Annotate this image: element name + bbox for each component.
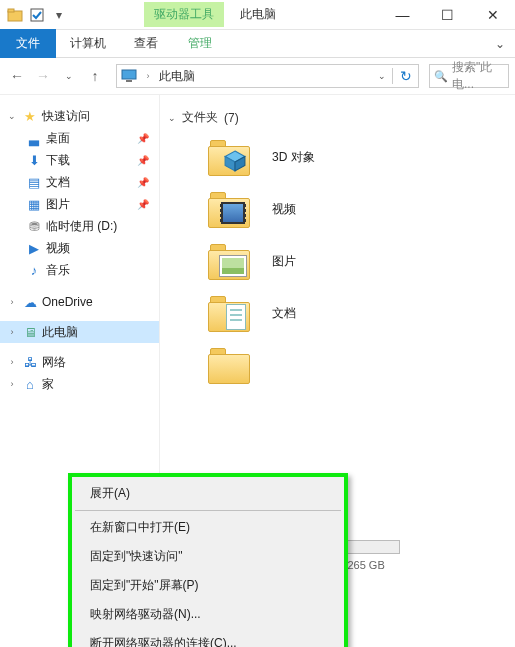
sidebar-this-pc[interactable]: › 🖥 此电脑: [0, 321, 159, 343]
sidebar-item-label: 图片: [46, 196, 133, 213]
recent-locations-icon[interactable]: ⌄: [58, 65, 80, 87]
context-menu-expand[interactable]: 展开(A): [74, 479, 342, 508]
folder-icon: [208, 242, 250, 280]
sidebar-item-label: 下载: [46, 152, 133, 169]
contextual-tab-drive-tools[interactable]: 驱动器工具: [144, 2, 224, 27]
search-icon: 🔍: [434, 70, 448, 83]
video-icon: ▶: [26, 240, 42, 256]
folder-documents[interactable]: 文档: [208, 294, 515, 332]
sidebar-item-downloads[interactable]: ⬇ 下载 📌: [0, 149, 159, 171]
address-location[interactable]: 此电脑: [159, 68, 372, 85]
sidebar-home[interactable]: › ⌂ 家: [0, 373, 159, 395]
document-icon: ▤: [26, 174, 42, 190]
section-header-folders[interactable]: ⌄ 文件夹 (7): [168, 105, 515, 138]
ribbon: 文件 计算机 查看 管理 ⌄: [0, 30, 515, 58]
navigation-row: ← → ⌄ ↑ › 此电脑 ⌄ ↻ 🔍 搜索"此电...: [0, 58, 515, 95]
quick-access-toolbar: ▾: [0, 6, 74, 24]
address-dropdown-icon[interactable]: ⌄: [378, 71, 386, 81]
forward-button[interactable]: →: [32, 65, 54, 87]
menu-separator: [75, 510, 341, 511]
section-count: (7): [224, 111, 239, 125]
pin-icon: 📌: [137, 199, 155, 210]
sidebar-item-label: 此电脑: [42, 324, 155, 341]
sidebar-item-label: 临时使用 (D:): [46, 218, 155, 235]
folder-list: 3D 对象 视频 图片 文档: [168, 138, 515, 384]
sidebar-item-label: 快速访问: [42, 108, 155, 125]
svg-rect-1: [8, 9, 14, 12]
folder-icon: [208, 190, 250, 228]
svg-rect-2: [31, 9, 43, 21]
folder-3d-objects[interactable]: 3D 对象: [208, 138, 515, 176]
caret-right-icon[interactable]: ›: [6, 379, 18, 389]
context-menu-map-drive[interactable]: 映射网络驱动器(N)...: [74, 600, 342, 629]
folder-icon: [208, 346, 250, 384]
window-controls: — ☐ ✕: [380, 0, 515, 30]
svg-rect-3: [122, 70, 136, 79]
context-menu-open-new-window[interactable]: 在新窗口中打开(E): [74, 513, 342, 542]
sidebar-item-pictures[interactable]: ▦ 图片 📌: [0, 193, 159, 215]
sidebar-item-tempdisk[interactable]: ⛃ 临时使用 (D:): [0, 215, 159, 237]
picture-icon: ▦: [26, 196, 42, 212]
refresh-button[interactable]: ↻: [392, 68, 414, 84]
chevron-right-icon[interactable]: ›: [143, 71, 153, 81]
tab-computer[interactable]: 计算机: [56, 29, 120, 58]
pin-icon: 📌: [137, 177, 155, 188]
close-button[interactable]: ✕: [470, 0, 515, 30]
pin-icon: 📌: [137, 155, 155, 166]
search-input[interactable]: 🔍 搜索"此电...: [429, 64, 509, 88]
caret-right-icon[interactable]: ›: [6, 327, 18, 337]
folder-videos[interactable]: 视频: [208, 190, 515, 228]
context-menu-pin-quick-access[interactable]: 固定到"快速访问": [74, 542, 342, 571]
folder-label: 视频: [272, 201, 296, 218]
context-menu: 展开(A) 在新窗口中打开(E) 固定到"快速访问" 固定到"开始"屏幕(P) …: [68, 473, 348, 647]
sidebar-item-music[interactable]: ♪ 音乐: [0, 259, 159, 281]
sidebar-item-videos[interactable]: ▶ 视频: [0, 237, 159, 259]
window-title: 此电脑: [240, 6, 276, 23]
folder-pictures[interactable]: 图片: [208, 242, 515, 280]
title-bar: ▾ 驱动器工具 此电脑 — ☐ ✕: [0, 0, 515, 30]
sidebar-item-label: 桌面: [46, 130, 133, 147]
explorer-icon: [6, 6, 24, 24]
pc-icon: [121, 68, 137, 84]
sidebar-item-label: OneDrive: [42, 295, 155, 309]
disk-icon: ⛃: [26, 218, 42, 234]
home-icon: ⌂: [22, 376, 38, 392]
download-icon: ⬇: [26, 152, 42, 168]
caret-right-icon[interactable]: ›: [6, 297, 18, 307]
sidebar-network[interactable]: › 🖧 网络: [0, 351, 159, 373]
network-icon: 🖧: [22, 354, 38, 370]
sidebar-item-label: 视频: [46, 240, 155, 257]
music-icon: ♪: [26, 262, 42, 278]
checkbox-icon[interactable]: [28, 6, 46, 24]
folder-partial[interactable]: [208, 346, 515, 384]
svg-rect-4: [126, 80, 132, 82]
desktop-icon: ▃: [26, 130, 42, 146]
sidebar-item-label: 文档: [46, 174, 133, 191]
up-button[interactable]: ↑: [84, 65, 106, 87]
context-menu-pin-start[interactable]: 固定到"开始"屏幕(P): [74, 571, 342, 600]
caret-right-icon[interactable]: ›: [6, 357, 18, 367]
caret-down-icon: ⌄: [168, 113, 176, 123]
sidebar-item-label: 家: [42, 376, 155, 393]
address-bar[interactable]: › 此电脑 ⌄ ↻: [116, 64, 419, 88]
minimize-button[interactable]: —: [380, 0, 425, 30]
section-label: 文件夹: [182, 109, 218, 126]
pc-icon: 🖥: [22, 324, 38, 340]
maximize-button[interactable]: ☐: [425, 0, 470, 30]
sidebar-item-documents[interactable]: ▤ 文档 📌: [0, 171, 159, 193]
caret-down-icon[interactable]: ⌄: [6, 111, 18, 121]
sidebar-item-desktop[interactable]: ▃ 桌面 📌: [0, 127, 159, 149]
back-button[interactable]: ←: [6, 65, 28, 87]
sidebar-onedrive[interactable]: › ☁ OneDrive: [0, 291, 159, 313]
folder-icon: [208, 294, 250, 332]
tab-manage[interactable]: 管理: [188, 35, 212, 52]
ribbon-expand-icon[interactable]: ⌄: [485, 37, 515, 51]
folder-label: 文档: [272, 305, 296, 322]
cloud-icon: ☁: [22, 294, 38, 310]
folder-label: 3D 对象: [272, 149, 315, 166]
qat-dropdown-icon[interactable]: ▾: [50, 6, 68, 24]
sidebar-quick-access[interactable]: ⌄ ★ 快速访问: [0, 105, 159, 127]
context-menu-disconnect-drive[interactable]: 断开网络驱动器的连接(C)...: [74, 629, 342, 647]
tab-view[interactable]: 查看: [120, 29, 172, 58]
file-tab[interactable]: 文件: [0, 29, 56, 58]
